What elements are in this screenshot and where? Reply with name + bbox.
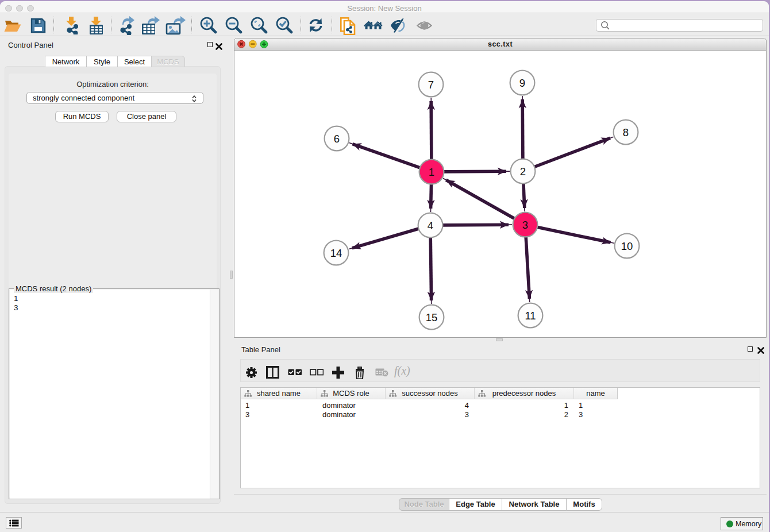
svg-text:1: 1 [429, 165, 434, 178]
svg-text:15: 15 [426, 311, 438, 323]
svg-text:11: 11 [525, 309, 536, 321]
svg-text:2: 2 [520, 165, 526, 177]
svg-text:3: 3 [522, 218, 528, 230]
svg-text:10: 10 [621, 240, 633, 252]
svg-text:7: 7 [428, 78, 434, 90]
svg-text:14: 14 [330, 246, 342, 259]
svg-text:8: 8 [623, 126, 629, 138]
svg-text:4: 4 [428, 219, 433, 231]
svg-text:9: 9 [519, 76, 525, 88]
svg-text:6: 6 [334, 132, 340, 144]
